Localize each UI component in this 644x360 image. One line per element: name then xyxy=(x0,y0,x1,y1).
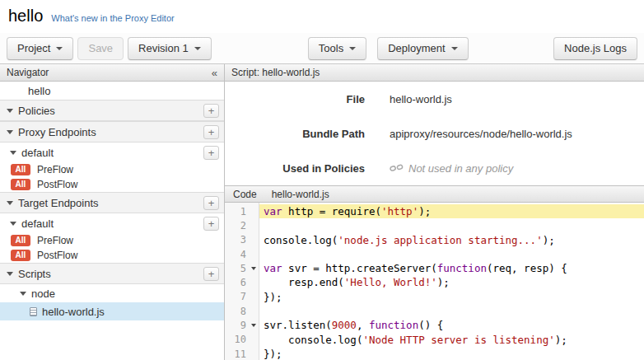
gutter-line-5[interactable]: 5 xyxy=(225,261,259,275)
script-panel-title: Script: hello-world.js xyxy=(231,67,320,78)
add-target-endpoint-button[interactable]: + xyxy=(203,196,219,210)
nav-item-proxy-postflow-label: PostFlow xyxy=(37,179,77,190)
nav-item-target-postflow[interactable]: All PostFlow xyxy=(0,248,224,263)
code-line-11[interactable]: }); xyxy=(259,347,644,360)
nav-item-hello[interactable]: hello xyxy=(0,82,224,100)
chevron-down-icon xyxy=(10,222,16,226)
nav-item-proxy-preflow-label: PreFlow xyxy=(37,164,73,175)
nav-section-proxy-endpoints[interactable]: Proxy Endpoints + xyxy=(0,121,224,143)
nav-item-proxy-postflow[interactable]: All PostFlow xyxy=(0,177,224,192)
code-line-2[interactable] xyxy=(259,218,644,232)
line-number: 11 xyxy=(225,348,249,360)
revision-menu-label: Revision 1 xyxy=(138,42,189,54)
code-line-3[interactable]: console.log('node.js application startin… xyxy=(259,233,644,247)
chevron-down-icon xyxy=(7,201,13,205)
file-value: hello-world.js xyxy=(390,93,452,105)
nav-item-target-preflow-label: PreFlow xyxy=(37,235,73,246)
add-script-button[interactable]: + xyxy=(203,267,219,281)
add-policy-button[interactable]: + xyxy=(203,104,219,118)
all-badge: All xyxy=(11,179,30,190)
gutter-line-11[interactable]: 11 xyxy=(225,347,259,360)
nav-item-hello-world-js[interactable]: hello-world.js xyxy=(0,302,224,320)
bundle-path-value: apiproxy/resources/node/hello-world.js xyxy=(390,128,572,140)
bundle-path-label: Bundle Path xyxy=(225,128,365,140)
deployment-menu-button[interactable]: Deployment xyxy=(377,37,468,60)
add-proxy-endpoint-button[interactable]: + xyxy=(203,125,219,139)
nodejs-logs-button[interactable]: Node.js Logs xyxy=(553,37,637,60)
chevron-down-icon xyxy=(7,109,13,113)
navigator-panel: Navigator « hello Policies + Proxy Endpo… xyxy=(0,64,225,360)
proxy-editor-window: hello What's new in the Proxy Editor Pro… xyxy=(0,0,644,360)
navigator-header: Navigator « xyxy=(0,64,224,82)
gutter-line-8[interactable]: 8 xyxy=(225,304,259,318)
code-line-4[interactable] xyxy=(259,247,644,261)
fold-arrow-icon[interactable] xyxy=(249,324,259,327)
code-line-7[interactable]: }); xyxy=(259,290,644,304)
code-editor[interactable]: 1234567891011 var http = require('http')… xyxy=(225,203,644,360)
content-area: Navigator « hello Policies + Proxy Endpo… xyxy=(0,64,644,360)
nodejs-logs-label: Node.js Logs xyxy=(564,42,627,54)
nav-item-proxy-preflow[interactable]: All PreFlow xyxy=(0,162,224,177)
save-button[interactable]: Save xyxy=(77,37,124,60)
gutter-line-9[interactable]: 9 xyxy=(225,318,259,332)
save-button-label: Save xyxy=(88,42,113,54)
script-panel-header: Script: hello-world.js xyxy=(225,64,644,82)
gutter-line-7[interactable]: 7 xyxy=(225,290,259,304)
code-gutter[interactable]: 1234567891011 xyxy=(225,203,259,360)
all-badge: All xyxy=(11,250,30,261)
line-number: 4 xyxy=(225,249,249,260)
nav-section-policies[interactable]: Policies + xyxy=(0,100,224,121)
chevron-down-icon xyxy=(7,272,13,276)
nav-section-proxy-endpoints-label: Proxy Endpoints xyxy=(18,126,96,138)
nav-item-proxy-default-label: default xyxy=(21,147,54,159)
code-line-1[interactable]: var http = require('http'); xyxy=(259,204,644,218)
nav-item-proxy-default[interactable]: default + xyxy=(0,143,224,162)
fold-arrow-icon[interactable] xyxy=(249,267,259,270)
gutter-line-1[interactable]: 1 xyxy=(225,204,259,218)
chevron-down-icon xyxy=(7,130,13,134)
code-line-8[interactable] xyxy=(259,304,644,318)
code-line-5[interactable]: var svr = http.createServer(function(req… xyxy=(259,261,644,275)
line-number: 10 xyxy=(225,334,249,345)
nav-section-target-endpoints[interactable]: Target Endpoints + xyxy=(0,192,224,213)
collapse-navigator-button[interactable]: « xyxy=(205,67,217,79)
line-number: 1 xyxy=(225,206,249,217)
project-menu-label: Project xyxy=(17,42,50,54)
code-header-label: Code xyxy=(233,189,257,200)
revision-menu-button[interactable]: Revision 1 xyxy=(128,37,212,60)
nav-item-target-default[interactable]: default + xyxy=(0,213,224,233)
nav-section-scripts[interactable]: Scripts + xyxy=(0,263,224,284)
file-label: File xyxy=(225,93,365,105)
gutter-line-4[interactable]: 4 xyxy=(225,247,259,261)
line-number: 8 xyxy=(225,306,249,317)
caret-down-icon xyxy=(451,47,458,50)
page-header: hello What's new in the Proxy Editor xyxy=(0,0,644,33)
line-number: 6 xyxy=(225,277,249,288)
code-line-9[interactable]: svr.listen(9000, function() { xyxy=(259,318,644,332)
add-target-flow-button[interactable]: + xyxy=(203,217,219,231)
code-line-10[interactable]: console.log('Node HTTP server is listeni… xyxy=(259,333,644,347)
caret-down-icon xyxy=(56,47,63,50)
gutter-line-10[interactable]: 10 xyxy=(225,333,259,347)
nav-item-target-default-label: default xyxy=(21,217,54,230)
code-lines[interactable]: var http = require('http');console.log('… xyxy=(259,203,644,360)
line-number: 3 xyxy=(225,234,249,245)
used-in-policies-text: Not used in any policy xyxy=(408,162,513,175)
bundle-path-row: Bundle Path apiproxy/resources/node/hell… xyxy=(225,116,644,151)
gutter-line-3[interactable]: 3 xyxy=(225,233,259,247)
nav-item-target-preflow[interactable]: All PreFlow xyxy=(0,233,224,248)
code-file-name: hello-world.js xyxy=(272,189,329,200)
tools-menu-button[interactable]: Tools xyxy=(308,37,366,60)
nav-section-scripts-label: Scripts xyxy=(18,268,51,280)
nav-item-node-folder[interactable]: node xyxy=(0,284,224,302)
code-header: Code hello-world.js xyxy=(225,185,644,203)
gutter-line-2[interactable]: 2 xyxy=(225,218,259,232)
gutter-line-6[interactable]: 6 xyxy=(225,275,259,289)
add-proxy-flow-button[interactable]: + xyxy=(203,146,219,160)
caret-down-icon xyxy=(194,47,201,50)
project-menu-button[interactable]: Project xyxy=(7,37,73,60)
code-line-6[interactable]: resp.end('Hello, World!'); xyxy=(259,275,644,289)
nav-item-hello-label: hello xyxy=(28,85,50,97)
whats-new-link[interactable]: What's new in the Proxy Editor xyxy=(51,13,174,23)
toolbar: Project Save Revision 1 Tools Deployment… xyxy=(0,33,644,64)
